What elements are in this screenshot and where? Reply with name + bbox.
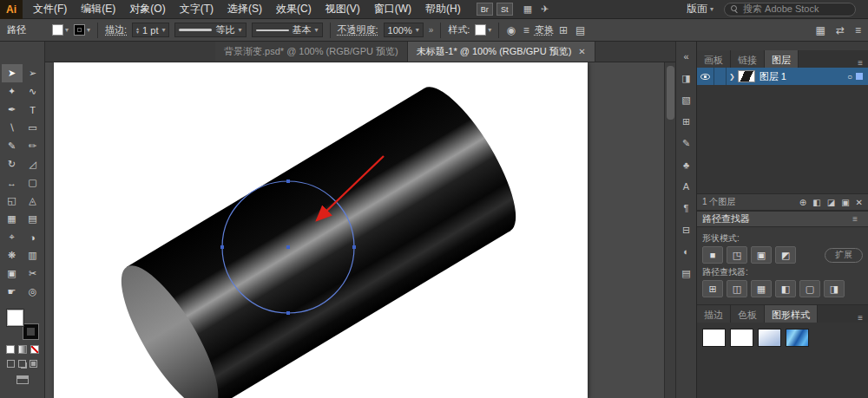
stock-badge[interactable]: St (496, 3, 513, 16)
workspace-grid-icon[interactable]: ▦ (816, 24, 825, 36)
trim-button[interactable]: ◫ (727, 280, 747, 297)
menu-window[interactable]: 窗口(W) (367, 2, 418, 16)
target-icon[interactable]: ○ (847, 72, 852, 82)
direct-selection-tool[interactable]: ➢ (23, 64, 43, 82)
exclude-button[interactable]: ◩ (775, 246, 796, 264)
control-menu-icon[interactable]: ≡ (855, 24, 861, 36)
panel-menu-icon[interactable]: ≡ (852, 58, 868, 68)
tab-artboards[interactable]: 画板 (697, 50, 731, 68)
transform-link[interactable]: 变换 (535, 23, 554, 36)
intersect-button[interactable]: ▣ (751, 246, 772, 264)
style-white[interactable] (730, 329, 753, 347)
style-blue-texture[interactable] (786, 329, 809, 347)
paintbrush-tool[interactable]: ✎ (2, 137, 23, 155)
pathfinder-header[interactable]: 路径查找器 ≡ (697, 212, 868, 227)
swatches-panel-icon[interactable]: ⊞ (679, 115, 694, 128)
menu-select[interactable]: 选择(S) (220, 2, 269, 16)
screen-mode-button[interactable] (16, 375, 29, 384)
panel-menu-icon[interactable]: ≡ (847, 214, 863, 224)
apps-grid-icon[interactable]: ▦ (523, 3, 532, 15)
merge-button[interactable]: ▦ (751, 280, 772, 297)
canvas-area[interactable] (45, 62, 675, 398)
artboard[interactable] (54, 62, 588, 398)
align-icon[interactable]: ≡ (523, 24, 529, 36)
style-default-white[interactable] (702, 329, 726, 347)
bridge-badge[interactable]: Br (477, 3, 493, 16)
shape-properties-icon[interactable]: ⊞ (559, 24, 568, 36)
zoom-tool[interactable]: ◎ (23, 283, 43, 301)
menu-view[interactable]: 视图(V) (319, 2, 367, 16)
fill-swatch[interactable] (7, 310, 23, 326)
recolor-artwork-icon[interactable]: ◉ (506, 24, 515, 36)
app-logo-icon[interactable]: Ai (0, 0, 23, 19)
tab-graphic-styles[interactable]: 图形样式 (765, 305, 818, 323)
rotate-tool[interactable]: ↻ (2, 155, 23, 173)
draw-normal-button[interactable] (7, 360, 15, 368)
doc-tab-background-gradient[interactable]: 背景渐变.psd* @ 100% (RGB/GPU 预览) (215, 42, 408, 62)
column-graph-tool[interactable]: ▥ (23, 246, 43, 264)
menu-edit[interactable]: 编辑(E) (74, 2, 122, 16)
options-icon[interactable]: ▤ (575, 24, 585, 36)
fill-color-dropdown[interactable]: ▾ (52, 24, 69, 36)
scrollbar-thumb[interactable] (667, 66, 674, 120)
collapse-dock-icon[interactable]: « (679, 50, 694, 63)
tab-swatches[interactable]: 色板 (731, 305, 765, 323)
layer-row[interactable]: ❯ 图层 1 ○ (697, 68, 868, 85)
crop-button[interactable]: ◧ (775, 280, 796, 297)
tab-close-icon[interactable]: ✕ (578, 47, 585, 56)
doc-tab-untitled-1[interactable]: 未标题-1* @ 100% (RGB/GPU 预览) ✕ (408, 42, 595, 62)
color-panel-icon[interactable]: ◨ (679, 72, 694, 85)
selection-indicator[interactable] (856, 73, 863, 80)
transform-panel-icon[interactable]: ⊟ (679, 224, 694, 237)
menu-help[interactable]: 帮助(H) (418, 2, 468, 16)
appearance-panel-icon[interactable]: ▤ (679, 267, 694, 280)
pen-tool[interactable]: ✒ (2, 101, 23, 119)
type-tool[interactable]: T (23, 101, 43, 119)
width-profile-dropdown[interactable]: 等比 ▾ (174, 23, 246, 37)
free-transform-tool[interactable]: ▢ (23, 173, 43, 192)
blend-tool[interactable]: ◑ (23, 228, 43, 246)
expand-button[interactable]: 扩展 (825, 248, 863, 263)
width-tool[interactable]: ↔ (2, 173, 23, 192)
none-button[interactable] (30, 345, 39, 354)
spinner-icon[interactable]: ▴▾ (136, 27, 139, 34)
paragraph-panel-icon[interactable]: ¶ (679, 202, 694, 215)
symbols-panel-icon[interactable]: ♣ (679, 159, 694, 172)
lock-toggle[interactable] (714, 68, 727, 85)
workspace-switcher[interactable]: 版面 ▾ (687, 2, 713, 16)
minus-back-button[interactable]: ◨ (824, 280, 845, 297)
layer-name[interactable]: 图层 1 (760, 70, 847, 83)
panel-menu-icon[interactable]: ≡ (852, 313, 868, 323)
clip-mask-icon[interactable]: ◧ (812, 198, 820, 207)
minus-front-button[interactable]: ◳ (727, 246, 747, 264)
pencil-tool[interactable]: ✏ (23, 137, 43, 155)
style-dropdown[interactable]: ▾ (475, 24, 491, 36)
unite-button[interactable]: ■ (702, 246, 723, 264)
menu-file[interactable]: 文件(F) (26, 2, 74, 16)
adobe-stock-search-input[interactable]: 搜索 Adobe Stock (724, 3, 856, 16)
menu-type[interactable]: 文字(T) (173, 2, 220, 16)
shape-builder-tool[interactable]: ◱ (2, 192, 23, 210)
perspective-grid-tool[interactable]: ◬ (23, 192, 43, 210)
menu-object[interactable]: 对象(O) (122, 2, 172, 16)
style-light-gradient[interactable] (758, 329, 781, 347)
line-segment-tool[interactable]: ∖ (2, 119, 23, 137)
hand-tool[interactable]: ☛ (2, 283, 23, 301)
share-icon[interactable]: ✈ (541, 3, 549, 15)
cylinder-shape[interactable] (104, 75, 532, 398)
new-sublayer-icon[interactable]: ◪ (827, 198, 835, 207)
brush-definition-dropdown[interactable]: 基本 ▾ (252, 23, 323, 37)
tab-layers[interactable]: 图层 (765, 50, 799, 68)
artboard-tool[interactable]: ▣ (2, 264, 23, 283)
outline-button[interactable]: ▢ (799, 280, 820, 297)
locate-object-icon[interactable]: ⊕ (799, 198, 806, 207)
rectangle-tool[interactable]: ▭ (23, 119, 43, 137)
draw-inside-button[interactable] (30, 360, 37, 368)
color-button[interactable] (6, 345, 15, 354)
opacity-dropdown[interactable]: 100% ▾ (384, 23, 424, 37)
delete-layer-icon[interactable]: ✕ (856, 198, 863, 207)
chevron-right-icon[interactable]: » (429, 25, 434, 35)
scale-tool[interactable]: ◿ (23, 155, 43, 173)
draw-behind-button[interactable] (18, 360, 26, 368)
stroke-swatch[interactable] (23, 324, 38, 339)
